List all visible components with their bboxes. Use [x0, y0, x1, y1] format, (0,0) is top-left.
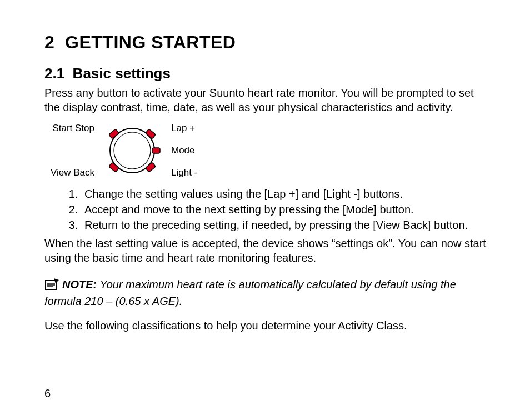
manual-page: 2 GETTING STARTED 2.1 Basic settings Pre…	[0, 0, 530, 420]
label-light-minus: Light -	[171, 167, 197, 178]
page-number: 6	[44, 387, 51, 400]
step-item: Change the setting values using the [Lap…	[81, 187, 488, 202]
after-steps-paragraph: When the last setting value is accepted,…	[44, 236, 488, 265]
svg-rect-5	[152, 148, 160, 153]
steps-list: Change the setting values using the [Lap…	[44, 187, 488, 233]
label-lap-plus: Lap +	[171, 123, 195, 134]
section-heading: 2.1 Basic settings	[44, 65, 488, 82]
intro-paragraph: Press any button to activate your Suunto…	[44, 86, 488, 114]
chapter-title: GETTING STARTED	[65, 32, 236, 52]
section-title: Basic settings	[73, 65, 171, 82]
section-number: 2.1	[44, 65, 64, 82]
closing-paragraph: Use the following classifications to hel…	[44, 318, 488, 333]
step-item: Accept and move to the next setting by p…	[81, 202, 488, 217]
label-start-stop: Start Stop	[52, 123, 94, 134]
chapter-number: 2	[44, 32, 54, 52]
watch-diagram: Start Stop View Back	[44, 120, 488, 181]
diagram-left-labels: Start Stop View Back	[44, 123, 99, 178]
note-label: NOTE:	[62, 278, 97, 291]
chapter-heading: 2 GETTING STARTED	[44, 32, 488, 53]
note-block: NOTE: Your maximum heart rate is automat…	[44, 277, 488, 308]
step-item: Return to the preceding setting, if need…	[81, 218, 488, 233]
note-text: Your maximum heart rate is automatically…	[44, 278, 456, 307]
watch-icon	[99, 120, 166, 181]
note-icon	[44, 277, 60, 294]
diagram-right-labels: Lap + Mode Light -	[166, 123, 221, 178]
label-mode: Mode	[171, 145, 195, 156]
label-view-back: View Back	[51, 167, 94, 178]
